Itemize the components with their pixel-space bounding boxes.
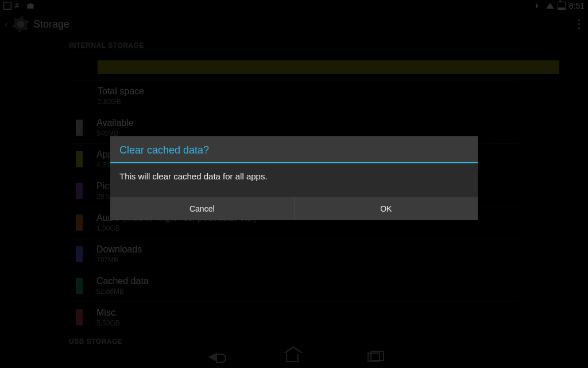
- ok-button[interactable]: OK: [294, 197, 478, 220]
- dialog-body: This will clear cached data for all apps…: [110, 163, 478, 197]
- dialog-title: Clear cached data?: [110, 136, 478, 162]
- cancel-button[interactable]: Cancel: [110, 197, 294, 220]
- clear-cache-dialog: Clear cached data? This will clear cache…: [110, 136, 478, 220]
- dialog-button-row: Cancel OK: [110, 197, 478, 220]
